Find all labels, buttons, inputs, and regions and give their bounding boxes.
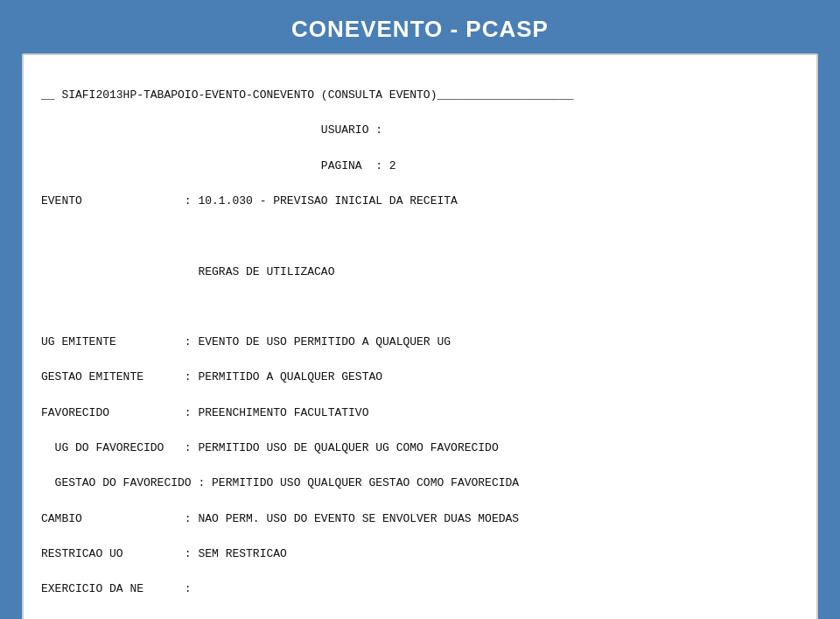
page-wrapper: CONEVENTO - PCASP __ SIAFI2013HP-TABAPOI…	[0, 0, 840, 619]
line8: UG EMITENTE : EVENTO DE USO PERMITIDO A …	[41, 335, 451, 348]
line2: USUARIO :	[41, 123, 382, 137]
line10: FAVORECIDO : PREENCHIMENTO FACULTATIVO	[41, 406, 368, 419]
line13: CAMBIO : NAO PERM. USO DO EVENTO SE ENVO…	[41, 512, 519, 525]
line3: PAGINA : 2	[41, 159, 396, 172]
line6: REGRAS DE UTILIZACAO	[41, 265, 334, 278]
main-content-box: __ SIAFI2013HP-TABAPOIO-EVENTO-CONEVENTO…	[22, 53, 818, 619]
header-bar: CONEVENTO - PCASP	[0, 0, 840, 53]
line9: GESTAO EMITENTE : PERMITIDO A QUALQUER G…	[41, 370, 382, 383]
line1: __ SIAFI2013HP-TABAPOIO-EVENTO-CONEVENTO…	[41, 88, 574, 102]
line14: RESTRICAO UO : SEM RESTRICAO	[41, 547, 287, 560]
terminal-content: __ SIAFI2013HP-TABAPOIO-EVENTO-CONEVENTO…	[41, 69, 799, 619]
line12: GESTAO DO FAVORECIDO : PERMITIDO USO QUA…	[41, 476, 519, 489]
line11: UG DO FAVORECIDO : PERMITIDO USO DE QUAL…	[41, 441, 499, 454]
line15: EXERCICIO DA NE :	[41, 582, 192, 595]
line4: EVENTO : 10.1.030 - PREVISAO INICIAL DA …	[41, 194, 458, 208]
page-title: CONEVENTO - PCASP	[291, 16, 549, 42]
